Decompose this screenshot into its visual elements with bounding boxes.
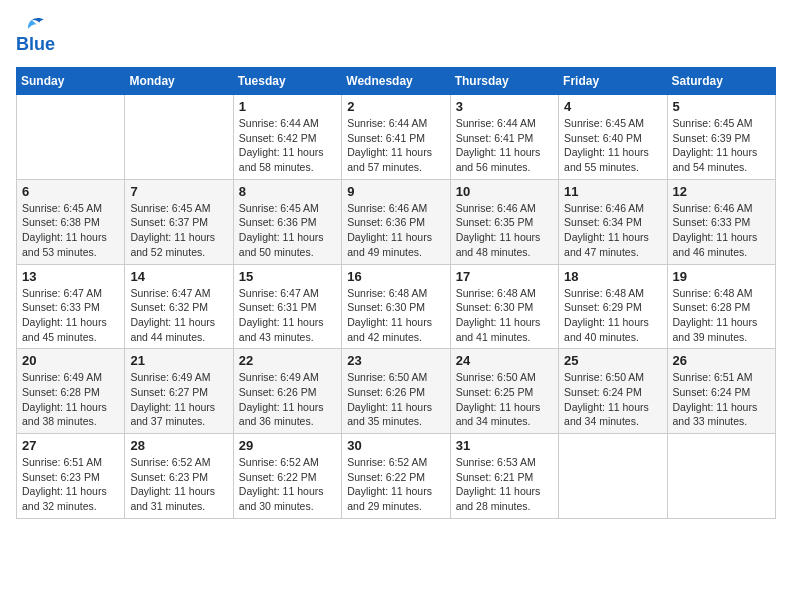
weekday-header-sunday: Sunday: [17, 68, 125, 95]
day-number: 26: [673, 353, 770, 368]
calendar-cell: [559, 434, 667, 519]
day-info: Sunrise: 6:48 AM Sunset: 6:30 PM Dayligh…: [347, 286, 444, 345]
weekday-header-friday: Friday: [559, 68, 667, 95]
day-info: Sunrise: 6:45 AM Sunset: 6:37 PM Dayligh…: [130, 201, 227, 260]
day-number: 31: [456, 438, 553, 453]
calendar-week-row: 20Sunrise: 6:49 AM Sunset: 6:28 PM Dayli…: [17, 349, 776, 434]
day-number: 22: [239, 353, 336, 368]
day-number: 19: [673, 269, 770, 284]
calendar-cell: 5Sunrise: 6:45 AM Sunset: 6:39 PM Daylig…: [667, 95, 775, 180]
calendar-week-row: 1Sunrise: 6:44 AM Sunset: 6:42 PM Daylig…: [17, 95, 776, 180]
day-info: Sunrise: 6:44 AM Sunset: 6:42 PM Dayligh…: [239, 116, 336, 175]
day-number: 9: [347, 184, 444, 199]
calendar-cell: 18Sunrise: 6:48 AM Sunset: 6:29 PM Dayli…: [559, 264, 667, 349]
day-number: 7: [130, 184, 227, 199]
day-number: 30: [347, 438, 444, 453]
day-info: Sunrise: 6:49 AM Sunset: 6:27 PM Dayligh…: [130, 370, 227, 429]
day-number: 13: [22, 269, 119, 284]
calendar-cell: 8Sunrise: 6:45 AM Sunset: 6:36 PM Daylig…: [233, 179, 341, 264]
calendar-cell: 9Sunrise: 6:46 AM Sunset: 6:36 PM Daylig…: [342, 179, 450, 264]
day-info: Sunrise: 6:50 AM Sunset: 6:25 PM Dayligh…: [456, 370, 553, 429]
weekday-header-wednesday: Wednesday: [342, 68, 450, 95]
calendar-cell: 10Sunrise: 6:46 AM Sunset: 6:35 PM Dayli…: [450, 179, 558, 264]
calendar-cell: 24Sunrise: 6:50 AM Sunset: 6:25 PM Dayli…: [450, 349, 558, 434]
calendar-table: SundayMondayTuesdayWednesdayThursdayFrid…: [16, 67, 776, 519]
calendar-cell: 26Sunrise: 6:51 AM Sunset: 6:24 PM Dayli…: [667, 349, 775, 434]
logo-blue-text: Blue: [16, 34, 55, 55]
day-info: Sunrise: 6:45 AM Sunset: 6:36 PM Dayligh…: [239, 201, 336, 260]
day-info: Sunrise: 6:52 AM Sunset: 6:23 PM Dayligh…: [130, 455, 227, 514]
day-info: Sunrise: 6:51 AM Sunset: 6:23 PM Dayligh…: [22, 455, 119, 514]
day-number: 2: [347, 99, 444, 114]
day-number: 8: [239, 184, 336, 199]
day-info: Sunrise: 6:47 AM Sunset: 6:32 PM Dayligh…: [130, 286, 227, 345]
day-info: Sunrise: 6:45 AM Sunset: 6:39 PM Dayligh…: [673, 116, 770, 175]
day-info: Sunrise: 6:47 AM Sunset: 6:33 PM Dayligh…: [22, 286, 119, 345]
day-info: Sunrise: 6:46 AM Sunset: 6:36 PM Dayligh…: [347, 201, 444, 260]
day-info: Sunrise: 6:46 AM Sunset: 6:35 PM Dayligh…: [456, 201, 553, 260]
day-info: Sunrise: 6:52 AM Sunset: 6:22 PM Dayligh…: [239, 455, 336, 514]
calendar-cell: 28Sunrise: 6:52 AM Sunset: 6:23 PM Dayli…: [125, 434, 233, 519]
calendar-cell: 3Sunrise: 6:44 AM Sunset: 6:41 PM Daylig…: [450, 95, 558, 180]
day-info: Sunrise: 6:46 AM Sunset: 6:33 PM Dayligh…: [673, 201, 770, 260]
day-info: Sunrise: 6:48 AM Sunset: 6:28 PM Dayligh…: [673, 286, 770, 345]
day-number: 23: [347, 353, 444, 368]
day-number: 29: [239, 438, 336, 453]
calendar-week-row: 6Sunrise: 6:45 AM Sunset: 6:38 PM Daylig…: [17, 179, 776, 264]
weekday-header-row: SundayMondayTuesdayWednesdayThursdayFrid…: [17, 68, 776, 95]
calendar-cell: 30Sunrise: 6:52 AM Sunset: 6:22 PM Dayli…: [342, 434, 450, 519]
calendar-cell: 23Sunrise: 6:50 AM Sunset: 6:26 PM Dayli…: [342, 349, 450, 434]
calendar-cell: 6Sunrise: 6:45 AM Sunset: 6:38 PM Daylig…: [17, 179, 125, 264]
calendar-cell: 13Sunrise: 6:47 AM Sunset: 6:33 PM Dayli…: [17, 264, 125, 349]
day-info: Sunrise: 6:45 AM Sunset: 6:38 PM Dayligh…: [22, 201, 119, 260]
day-number: 10: [456, 184, 553, 199]
calendar-cell: 15Sunrise: 6:47 AM Sunset: 6:31 PM Dayli…: [233, 264, 341, 349]
day-number: 18: [564, 269, 661, 284]
calendar-cell: 31Sunrise: 6:53 AM Sunset: 6:21 PM Dayli…: [450, 434, 558, 519]
day-number: 16: [347, 269, 444, 284]
day-info: Sunrise: 6:50 AM Sunset: 6:26 PM Dayligh…: [347, 370, 444, 429]
calendar-cell: 1Sunrise: 6:44 AM Sunset: 6:42 PM Daylig…: [233, 95, 341, 180]
page-header: Blue: [16, 16, 776, 55]
calendar-cell: 22Sunrise: 6:49 AM Sunset: 6:26 PM Dayli…: [233, 349, 341, 434]
calendar-cell: 25Sunrise: 6:50 AM Sunset: 6:24 PM Dayli…: [559, 349, 667, 434]
day-number: 14: [130, 269, 227, 284]
day-number: 12: [673, 184, 770, 199]
day-info: Sunrise: 6:47 AM Sunset: 6:31 PM Dayligh…: [239, 286, 336, 345]
day-number: 1: [239, 99, 336, 114]
day-number: 5: [673, 99, 770, 114]
calendar-week-row: 27Sunrise: 6:51 AM Sunset: 6:23 PM Dayli…: [17, 434, 776, 519]
weekday-header-tuesday: Tuesday: [233, 68, 341, 95]
day-info: Sunrise: 6:44 AM Sunset: 6:41 PM Dayligh…: [347, 116, 444, 175]
day-info: Sunrise: 6:49 AM Sunset: 6:28 PM Dayligh…: [22, 370, 119, 429]
day-number: 6: [22, 184, 119, 199]
calendar-cell: 29Sunrise: 6:52 AM Sunset: 6:22 PM Dayli…: [233, 434, 341, 519]
day-number: 28: [130, 438, 227, 453]
day-number: 11: [564, 184, 661, 199]
day-info: Sunrise: 6:44 AM Sunset: 6:41 PM Dayligh…: [456, 116, 553, 175]
calendar-cell: 7Sunrise: 6:45 AM Sunset: 6:37 PM Daylig…: [125, 179, 233, 264]
day-number: 3: [456, 99, 553, 114]
calendar-cell: [17, 95, 125, 180]
calendar-cell: [125, 95, 233, 180]
calendar-cell: 19Sunrise: 6:48 AM Sunset: 6:28 PM Dayli…: [667, 264, 775, 349]
day-number: 24: [456, 353, 553, 368]
day-number: 15: [239, 269, 336, 284]
day-number: 25: [564, 353, 661, 368]
day-info: Sunrise: 6:51 AM Sunset: 6:24 PM Dayligh…: [673, 370, 770, 429]
calendar-cell: 20Sunrise: 6:49 AM Sunset: 6:28 PM Dayli…: [17, 349, 125, 434]
calendar-cell: 27Sunrise: 6:51 AM Sunset: 6:23 PM Dayli…: [17, 434, 125, 519]
day-info: Sunrise: 6:53 AM Sunset: 6:21 PM Dayligh…: [456, 455, 553, 514]
calendar-cell: 12Sunrise: 6:46 AM Sunset: 6:33 PM Dayli…: [667, 179, 775, 264]
day-number: 4: [564, 99, 661, 114]
day-number: 21: [130, 353, 227, 368]
calendar-cell: 17Sunrise: 6:48 AM Sunset: 6:30 PM Dayli…: [450, 264, 558, 349]
day-info: Sunrise: 6:49 AM Sunset: 6:26 PM Dayligh…: [239, 370, 336, 429]
day-number: 27: [22, 438, 119, 453]
day-number: 17: [456, 269, 553, 284]
calendar-cell: 14Sunrise: 6:47 AM Sunset: 6:32 PM Dayli…: [125, 264, 233, 349]
day-info: Sunrise: 6:48 AM Sunset: 6:30 PM Dayligh…: [456, 286, 553, 345]
day-info: Sunrise: 6:45 AM Sunset: 6:40 PM Dayligh…: [564, 116, 661, 175]
calendar-cell: [667, 434, 775, 519]
day-number: 20: [22, 353, 119, 368]
